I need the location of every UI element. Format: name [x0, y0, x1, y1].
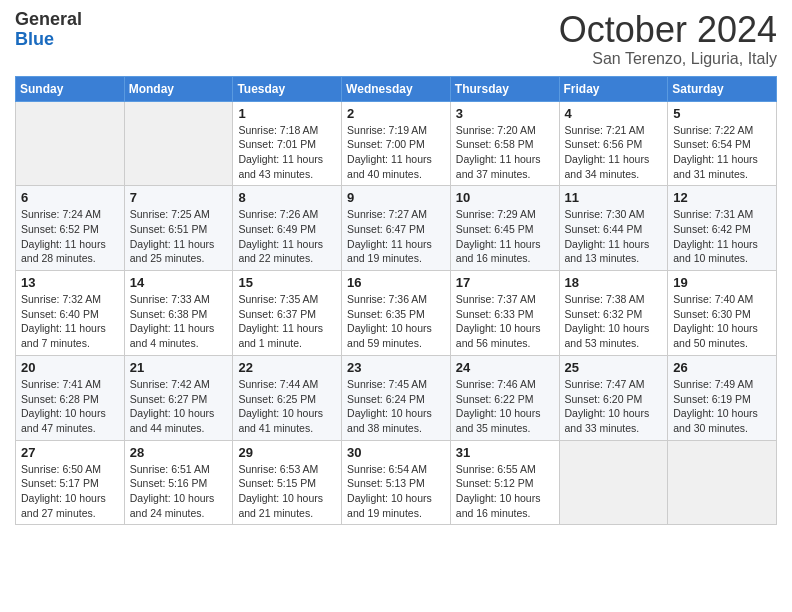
sunrise-text: Sunrise: 7:40 AM: [673, 293, 753, 305]
sunset-text: Sunset: 5:17 PM: [21, 477, 99, 489]
daylight-text: Daylight: 11 hours and 13 minutes.: [565, 238, 650, 265]
daylight-text: Daylight: 10 hours and 50 minutes.: [673, 322, 758, 349]
day-info: Sunrise: 7:25 AMSunset: 6:51 PMDaylight:…: [130, 207, 228, 266]
day-info: Sunrise: 6:53 AMSunset: 5:15 PMDaylight:…: [238, 462, 336, 521]
day-number: 27: [21, 445, 119, 460]
sunset-text: Sunset: 6:58 PM: [456, 138, 534, 150]
day-info: Sunrise: 6:51 AMSunset: 5:16 PMDaylight:…: [130, 462, 228, 521]
sunset-text: Sunset: 6:52 PM: [21, 223, 99, 235]
day-number: 19: [673, 275, 771, 290]
calendar-cell: 12Sunrise: 7:31 AMSunset: 6:42 PMDayligh…: [668, 186, 777, 271]
title-block: October 2024 San Terenzo, Liguria, Italy: [559, 10, 777, 68]
daylight-text: Daylight: 10 hours and 16 minutes.: [456, 492, 541, 519]
day-number: 28: [130, 445, 228, 460]
calendar-cell: 31Sunrise: 6:55 AMSunset: 5:12 PMDayligh…: [450, 440, 559, 525]
day-number: 25: [565, 360, 663, 375]
day-number: 20: [21, 360, 119, 375]
daylight-text: Daylight: 10 hours and 53 minutes.: [565, 322, 650, 349]
day-info: Sunrise: 7:30 AMSunset: 6:44 PMDaylight:…: [565, 207, 663, 266]
daylight-text: Daylight: 11 hours and 7 minutes.: [21, 322, 106, 349]
daylight-text: Daylight: 11 hours and 4 minutes.: [130, 322, 215, 349]
daylight-text: Daylight: 11 hours and 43 minutes.: [238, 153, 323, 180]
day-number: 7: [130, 190, 228, 205]
sunset-text: Sunset: 6:24 PM: [347, 393, 425, 405]
location-title: San Terenzo, Liguria, Italy: [559, 50, 777, 68]
daylight-text: Daylight: 10 hours and 27 minutes.: [21, 492, 106, 519]
sunset-text: Sunset: 6:22 PM: [456, 393, 534, 405]
daylight-text: Daylight: 10 hours and 44 minutes.: [130, 407, 215, 434]
day-info: Sunrise: 7:32 AMSunset: 6:40 PMDaylight:…: [21, 292, 119, 351]
day-number: 30: [347, 445, 445, 460]
day-info: Sunrise: 7:26 AMSunset: 6:49 PMDaylight:…: [238, 207, 336, 266]
day-info: Sunrise: 7:33 AMSunset: 6:38 PMDaylight:…: [130, 292, 228, 351]
day-number: 26: [673, 360, 771, 375]
sunset-text: Sunset: 6:30 PM: [673, 308, 751, 320]
sunset-text: Sunset: 6:40 PM: [21, 308, 99, 320]
sunrise-text: Sunrise: 7:19 AM: [347, 124, 427, 136]
daylight-text: Daylight: 11 hours and 16 minutes.: [456, 238, 541, 265]
daylight-text: Daylight: 11 hours and 34 minutes.: [565, 153, 650, 180]
day-info: Sunrise: 6:55 AMSunset: 5:12 PMDaylight:…: [456, 462, 554, 521]
day-number: 15: [238, 275, 336, 290]
day-number: 23: [347, 360, 445, 375]
day-number: 18: [565, 275, 663, 290]
calendar-week-row: 6Sunrise: 7:24 AMSunset: 6:52 PMDaylight…: [16, 186, 777, 271]
sunrise-text: Sunrise: 7:20 AM: [456, 124, 536, 136]
daylight-text: Daylight: 10 hours and 35 minutes.: [456, 407, 541, 434]
sunset-text: Sunset: 6:27 PM: [130, 393, 208, 405]
sunrise-text: Sunrise: 7:47 AM: [565, 378, 645, 390]
logo-general: General: [15, 10, 82, 30]
calendar-cell: 24Sunrise: 7:46 AMSunset: 6:22 PMDayligh…: [450, 355, 559, 440]
month-title: October 2024: [559, 10, 777, 50]
day-number: 9: [347, 190, 445, 205]
sunrise-text: Sunrise: 7:42 AM: [130, 378, 210, 390]
daylight-text: Daylight: 11 hours and 19 minutes.: [347, 238, 432, 265]
day-number: 31: [456, 445, 554, 460]
day-number: 17: [456, 275, 554, 290]
daylight-text: Daylight: 10 hours and 19 minutes.: [347, 492, 432, 519]
calendar-cell: 13Sunrise: 7:32 AMSunset: 6:40 PMDayligh…: [16, 271, 125, 356]
logo-blue: Blue: [15, 30, 82, 50]
daylight-text: Daylight: 11 hours and 37 minutes.: [456, 153, 541, 180]
sunrise-text: Sunrise: 7:26 AM: [238, 208, 318, 220]
sunrise-text: Sunrise: 7:18 AM: [238, 124, 318, 136]
sunrise-text: Sunrise: 7:24 AM: [21, 208, 101, 220]
calendar-cell: 1Sunrise: 7:18 AMSunset: 7:01 PMDaylight…: [233, 101, 342, 186]
calendar-cell: [559, 440, 668, 525]
daylight-text: Daylight: 10 hours and 24 minutes.: [130, 492, 215, 519]
daylight-text: Daylight: 10 hours and 38 minutes.: [347, 407, 432, 434]
day-number: 5: [673, 106, 771, 121]
daylight-text: Daylight: 10 hours and 30 minutes.: [673, 407, 758, 434]
calendar-cell: 27Sunrise: 6:50 AMSunset: 5:17 PMDayligh…: [16, 440, 125, 525]
calendar-cell: 4Sunrise: 7:21 AMSunset: 6:56 PMDaylight…: [559, 101, 668, 186]
daylight-text: Daylight: 11 hours and 22 minutes.: [238, 238, 323, 265]
sunset-text: Sunset: 5:12 PM: [456, 477, 534, 489]
calendar-week-row: 20Sunrise: 7:41 AMSunset: 6:28 PMDayligh…: [16, 355, 777, 440]
sunrise-text: Sunrise: 7:32 AM: [21, 293, 101, 305]
calendar-cell: 25Sunrise: 7:47 AMSunset: 6:20 PMDayligh…: [559, 355, 668, 440]
calendar-cell: 8Sunrise: 7:26 AMSunset: 6:49 PMDaylight…: [233, 186, 342, 271]
sunrise-text: Sunrise: 7:44 AM: [238, 378, 318, 390]
sunset-text: Sunset: 6:35 PM: [347, 308, 425, 320]
daylight-text: Daylight: 11 hours and 25 minutes.: [130, 238, 215, 265]
sunrise-text: Sunrise: 7:31 AM: [673, 208, 753, 220]
sunrise-text: Sunrise: 7:33 AM: [130, 293, 210, 305]
sunrise-text: Sunrise: 7:29 AM: [456, 208, 536, 220]
day-number: 2: [347, 106, 445, 121]
sunset-text: Sunset: 6:54 PM: [673, 138, 751, 150]
day-header-friday: Friday: [559, 76, 668, 101]
sunrise-text: Sunrise: 6:54 AM: [347, 463, 427, 475]
daylight-text: Daylight: 10 hours and 47 minutes.: [21, 407, 106, 434]
sunrise-text: Sunrise: 6:50 AM: [21, 463, 101, 475]
sunrise-text: Sunrise: 6:53 AM: [238, 463, 318, 475]
calendar-cell: [16, 101, 125, 186]
day-number: 29: [238, 445, 336, 460]
calendar-cell: 16Sunrise: 7:36 AMSunset: 6:35 PMDayligh…: [342, 271, 451, 356]
day-number: 4: [565, 106, 663, 121]
sunrise-text: Sunrise: 7:27 AM: [347, 208, 427, 220]
daylight-text: Daylight: 11 hours and 40 minutes.: [347, 153, 432, 180]
day-number: 14: [130, 275, 228, 290]
day-info: Sunrise: 7:42 AMSunset: 6:27 PMDaylight:…: [130, 377, 228, 436]
day-info: Sunrise: 7:31 AMSunset: 6:42 PMDaylight:…: [673, 207, 771, 266]
sunset-text: Sunset: 6:19 PM: [673, 393, 751, 405]
